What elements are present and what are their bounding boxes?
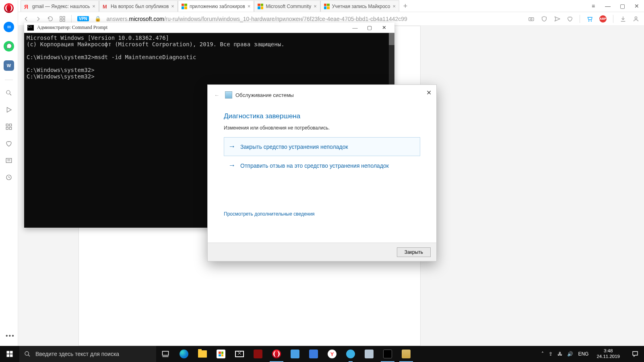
clock-date: 24.11.2019: [597, 354, 620, 360]
minimize-button[interactable]: —: [601, 0, 615, 12]
send-icon[interactable]: [554, 16, 560, 22]
tab-label: Microsoft Community: [266, 4, 311, 9]
tab-gmail[interactable]: MНа вопрос был опубликов×: [99, 0, 178, 12]
play-icon[interactable]: [5, 106, 13, 114]
cmd-minimize-button[interactable]: —: [348, 23, 362, 33]
tab-label: приложению заблокиров: [190, 4, 245, 9]
maximize-button[interactable]: ▢: [615, 0, 630, 12]
close-tab-icon[interactable]: ×: [248, 3, 251, 9]
close-tab-icon[interactable]: ×: [171, 3, 174, 9]
url-field[interactable]: answers.microsoft.com/ru-ru/windows/foru…: [107, 16, 522, 22]
shield-icon[interactable]: [541, 16, 547, 22]
close-button[interactable]: Закрыть: [397, 247, 431, 257]
start-page-button[interactable]: [59, 16, 66, 22]
sidebar-more-icon[interactable]: •••: [6, 332, 15, 339]
tab-yandex[interactable]: Яgmail — Яндекс: нашлось×: [21, 0, 99, 12]
easy-setup-icon[interactable]: ≡: [586, 0, 601, 12]
profile-icon[interactable]: [633, 16, 639, 22]
svg-point-12: [530, 18, 532, 20]
language-indicator[interactable]: ENG: [578, 351, 588, 357]
start-button[interactable]: [0, 346, 19, 362]
back-arrow-icon[interactable]: ←: [214, 92, 219, 98]
adblock-icon[interactable]: ABP: [599, 15, 607, 23]
cmd-icon: [27, 25, 34, 31]
system-tray: ˄ ⇪ 🖧 🔊 ENG 3:4824.11.2019: [541, 346, 644, 362]
app-icon-blue1[interactable]: [286, 346, 304, 362]
lock-icon[interactable]: 🔒: [95, 16, 101, 22]
tab-label: gmail — Яндекс: нашлось: [32, 4, 90, 9]
download-icon[interactable]: [620, 16, 626, 22]
close-tab-icon[interactable]: ×: [92, 3, 95, 9]
cmd-title-text: Администратор: Command Prompt: [37, 25, 107, 31]
close-tab-icon[interactable]: ×: [392, 3, 396, 9]
bookmark-heart-icon[interactable]: [567, 16, 573, 22]
heart-icon[interactable]: [5, 140, 13, 148]
messenger-icon[interactable]: ✉: [4, 22, 14, 32]
dialog-footer: Закрыть: [208, 243, 436, 261]
explorer-icon[interactable]: [193, 346, 212, 362]
app-icon-red[interactable]: [249, 346, 267, 362]
forward-button[interactable]: [35, 16, 41, 22]
cmd-titlebar[interactable]: Администратор: Command Prompt — ▢ ✕: [24, 23, 394, 33]
option-send-feedback[interactable]: →Отправить отзыв на это средство устране…: [224, 156, 420, 175]
reload-button[interactable]: [47, 16, 54, 22]
speed-dial-icon[interactable]: [5, 123, 13, 131]
store-icon[interactable]: [212, 346, 230, 362]
tray-chevron-icon[interactable]: ˄: [541, 351, 544, 357]
news-icon[interactable]: [5, 156, 13, 165]
microsoft-icon: [182, 4, 187, 9]
search-icon[interactable]: [5, 89, 13, 97]
back-button[interactable]: [23, 16, 29, 22]
new-tab-button[interactable]: +: [399, 0, 411, 12]
close-window-button[interactable]: ✕: [630, 0, 644, 12]
toolbar-right: ABP: [528, 15, 639, 23]
mail-icon[interactable]: [230, 346, 249, 362]
taskbar: Введите здесь текст для поиска Y ˄ ⇪ 🖧 🔊…: [0, 346, 644, 362]
taskbar-search[interactable]: Введите здесь текст для поиска: [19, 346, 156, 362]
cart-icon[interactable]: [586, 16, 593, 22]
option-close-troubleshooter[interactable]: →Закрыть средство устранения неполадок: [224, 137, 420, 156]
whatsapp-icon[interactable]: [4, 41, 14, 51]
usb-icon[interactable]: ⇪: [549, 351, 553, 357]
opera-logo-icon: [4, 3, 14, 13]
dialog-close-icon[interactable]: ✕: [426, 89, 431, 97]
tab-ms-answers[interactable]: приложению заблокиров×: [178, 0, 254, 12]
cmd-taskbar-icon[interactable]: [378, 346, 397, 362]
network-icon[interactable]: 🖧: [557, 351, 562, 357]
option-label: Закрыть средство устранения неполадок: [240, 144, 348, 150]
history-icon[interactable]: [5, 173, 13, 181]
svg-rect-19: [163, 351, 169, 355]
svg-rect-5: [6, 158, 12, 163]
cmd-maximize-button[interactable]: ▢: [362, 23, 377, 33]
tab-ms-community[interactable]: Microsoft Community×: [254, 0, 320, 12]
app-icon-blue2[interactable]: [304, 346, 323, 362]
option-label: Отправить отзыв на это средство устранен…: [240, 162, 389, 169]
yandex-browser-icon[interactable]: Y: [323, 346, 341, 362]
app-icon-grey[interactable]: [360, 346, 378, 362]
volume-icon[interactable]: 🔊: [567, 351, 573, 357]
cmd-scrollbar-thumb[interactable]: [389, 33, 394, 45]
snapshot-icon[interactable]: [528, 16, 535, 22]
opera-taskbar-icon[interactable]: [267, 346, 286, 362]
tab-ms-account[interactable]: Учетная запись Майкросо×: [320, 0, 399, 12]
qbittorrent-icon[interactable]: [341, 346, 360, 362]
clock[interactable]: 3:4824.11.2019: [593, 348, 623, 360]
svg-rect-15: [10, 351, 13, 354]
task-view-icon[interactable]: [156, 346, 175, 362]
dialog-heading: Диагностика завершена: [224, 112, 420, 120]
svg-rect-3: [6, 128, 8, 130]
action-center-icon[interactable]: [628, 346, 642, 362]
troubleshooter-taskbar-icon[interactable]: [397, 346, 415, 362]
search-icon: [24, 351, 31, 357]
vpn-badge[interactable]: VPN: [77, 16, 89, 21]
clock-time: 3:48: [597, 348, 620, 354]
vk-icon[interactable]: W: [4, 60, 14, 71]
separator: [613, 15, 613, 23]
view-details-link[interactable]: Просмотреть дополнительные сведения: [224, 211, 314, 217]
close-tab-icon[interactable]: ×: [314, 3, 317, 9]
arrow-right-icon: →: [228, 161, 235, 170]
svg-rect-2: [10, 124, 12, 126]
edge-icon[interactable]: [175, 346, 193, 362]
cmd-close-button[interactable]: ✕: [377, 23, 391, 33]
troubleshooter-dialog: ← Обслуживание системы ✕ Диагностика зав…: [207, 84, 437, 261]
